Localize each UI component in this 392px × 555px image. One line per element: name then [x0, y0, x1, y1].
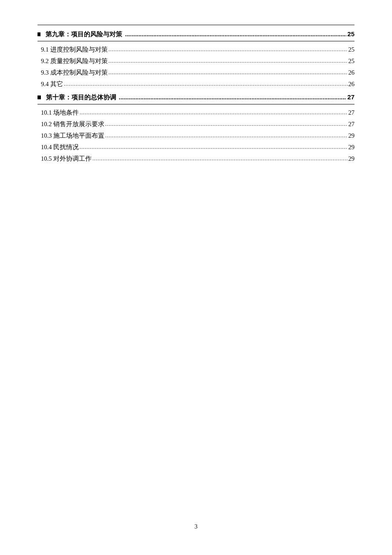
toc-item-label: 10.5 对外协调工作 — [41, 154, 92, 163]
toc-leader-dots: ........................................… — [64, 79, 348, 89]
toc-leader-dots: ........................................… — [105, 131, 348, 140]
toc-item-9-2[interactable]: 9.2 质量控制风险与对策 ..........................… — [37, 56, 355, 66]
toc-chapter-9[interactable]: 第九章：项目的风险与对策 ...........................… — [37, 30, 355, 38]
toc-top-rule — [37, 25, 355, 25]
toc-item-label: 9.1 进度控制风险与对策 — [41, 45, 108, 54]
toc-item-page: 25 — [349, 45, 355, 54]
square-bullet-icon — [37, 32, 40, 36]
toc-item-9-4[interactable]: 9.4 其它 .................................… — [37, 79, 355, 89]
toc-leader-dots: ........................................… — [80, 108, 348, 117]
toc-chapter-10-page: 27 — [347, 93, 355, 101]
toc-item-label: 9.3 成本控制风险与对策 — [41, 68, 108, 77]
toc-item-page: 27 — [349, 108, 355, 117]
toc-item-page: 25 — [349, 56, 355, 66]
page-number: 3 — [0, 523, 392, 530]
toc-item-label: 10.2 销售开放展示要求 — [41, 119, 104, 129]
toc-chapter-rule — [37, 104, 355, 104]
toc-item-page: 26 — [349, 68, 355, 77]
toc-item-page: 26 — [349, 79, 355, 89]
toc-leader-dots: ........................................… — [80, 142, 348, 152]
toc-chapter-10-title: 第十章：项目的总体协调 — [46, 93, 116, 101]
toc-item-page: 29 — [349, 154, 355, 163]
toc-item-label: 9.4 其它 — [41, 79, 63, 89]
square-bullet-icon — [37, 95, 41, 99]
toc-item-10-2[interactable]: 10.2 销售开放展示要求 ..........................… — [37, 119, 355, 129]
toc-separator — [116, 93, 118, 101]
toc-item-9-3[interactable]: 9.3 成本控制风险与对策 ..........................… — [37, 68, 355, 78]
toc-item-label: 10.3 施工场地平面布置 — [41, 131, 104, 140]
toc-item-10-5[interactable]: 10.5 对外协调工作 ............................… — [37, 154, 355, 164]
toc-item-10-1[interactable]: 10.1 场地条件 ..............................… — [37, 108, 355, 118]
toc-leader-dots: ........................................… — [119, 94, 347, 101]
toc-item-label: 10.1 场地条件 — [41, 108, 79, 117]
toc-leader-dots: ........................................… — [109, 45, 348, 54]
toc-leader-dots: ........................................… — [92, 154, 348, 163]
toc-leader-dots: ........................................… — [109, 68, 348, 77]
toc-item-page: 29 — [349, 142, 355, 152]
toc-chapter-9-title: 第九章：项目的风险与对策 — [46, 30, 122, 38]
toc-chapter-rule — [37, 41, 355, 41]
toc-separator — [122, 30, 124, 38]
toc-item-10-4[interactable]: 10.4 民扰情况 ..............................… — [37, 142, 355, 152]
toc-leader-dots: ........................................… — [105, 119, 348, 129]
toc-chapter-10[interactable]: 第十章：项目的总体协调 ............................… — [37, 93, 355, 101]
toc-item-label: 9.2 质量控制风险与对策 — [41, 56, 108, 66]
toc-chapter-9-page: 25 — [347, 30, 355, 38]
toc-leader-dots: ........................................… — [125, 31, 347, 38]
toc-leader-dots: ........................................… — [109, 56, 348, 66]
toc-item-10-3[interactable]: 10.3 施工场地平面布置 ..........................… — [37, 131, 355, 141]
toc-item-9-1[interactable]: 9.1 进度控制风险与对策 ..........................… — [37, 45, 355, 55]
toc-item-label: 10.4 民扰情况 — [41, 142, 79, 152]
toc-item-page: 29 — [349, 131, 355, 140]
toc-item-page: 27 — [349, 119, 355, 129]
